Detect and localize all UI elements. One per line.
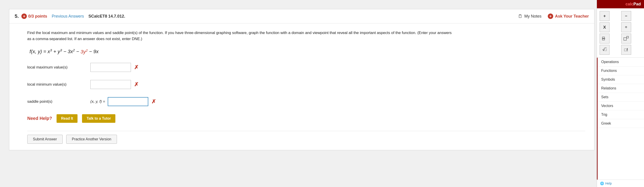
calcpad-grid: + − X ÷ √□	[600, 11, 641, 55]
question-id: SCalcET8 14.7.012.	[88, 14, 518, 19]
talk-to-tutor-button[interactable]: Talk to a Tutor	[82, 114, 115, 123]
menu-item-relations[interactable]: Relations	[598, 84, 644, 93]
menu-item-symbols[interactable]: Symbols	[598, 75, 644, 84]
need-help-label: Need Help?	[27, 116, 52, 121]
need-help-row: Need Help? Read It Talk to a Tutor	[27, 114, 585, 123]
calc-times-button[interactable]: X	[600, 22, 610, 32]
local-max-wrong-icon: ✗	[134, 64, 138, 70]
my-notes-label: My Notes	[524, 14, 542, 19]
question-text: Find the local maximum and minimum value…	[27, 30, 456, 42]
question-header: 5. + 0/3 points Previous Answers SCalcET…	[9, 9, 594, 24]
svg-rect-4	[627, 36, 628, 38]
svg-rect-0	[602, 37, 604, 38]
menu-item-vectors[interactable]: Vectors	[598, 102, 644, 110]
local-max-label: local maximum value(s)	[27, 65, 90, 70]
calc-divide-button[interactable]: ÷	[621, 22, 631, 32]
saddle-row: saddle point(s) (x, y, f) = ✗	[27, 97, 585, 106]
calcpad-header: calcPad	[597, 0, 644, 8]
calc-frac-button[interactable]	[600, 34, 610, 44]
svg-rect-3	[624, 38, 626, 40]
points-badge: + 0/3 points	[22, 14, 47, 19]
ask-teacher-label: Ask Your Teacher	[555, 14, 589, 19]
svg-rect-2	[602, 39, 604, 40]
calc-sqrt-button[interactable]: √□	[600, 45, 610, 55]
calcpad-title-calc: calcPad	[626, 2, 641, 6]
function-display: f(x, y) = x3 + y3 − 3x2 − 3y2 − 9x	[30, 48, 585, 54]
ask-plus-icon: +	[548, 14, 553, 19]
header-right: 🗒 My Notes + Ask Your Teacher	[518, 14, 589, 19]
menu-item-greek[interactable]: Greek	[598, 119, 644, 128]
calcpad-buttons-area: + − X ÷ √□	[597, 8, 644, 58]
local-min-wrong-icon: ✗	[134, 81, 138, 88]
submit-button[interactable]: Submit Answer	[27, 135, 63, 144]
menu-item-trig[interactable]: Trig	[598, 110, 644, 119]
plus-circle-icon: +	[22, 14, 27, 19]
calc-plus-button[interactable]: +	[600, 11, 610, 21]
help-globe-icon: 🌐	[600, 182, 604, 185]
previous-answers-link[interactable]: Previous Answers	[52, 14, 84, 19]
calcpad-sidebar: calcPad + − X ÷	[597, 0, 644, 187]
saddle-wrong-icon: ✗	[152, 98, 156, 105]
question-number: 5.	[15, 13, 19, 19]
calcpad-menu: Operations Functions Symbols Relations S…	[597, 58, 644, 180]
calc-minus-button[interactable]: −	[621, 11, 631, 21]
ask-teacher-link[interactable]: + Ask Your Teacher	[548, 14, 589, 19]
points-text: 0/3 points	[28, 14, 47, 19]
calcpad-footer[interactable]: 🌐 Help	[597, 180, 644, 187]
question-body: Find the local maximum and minimum value…	[9, 24, 594, 150]
local-max-row: local maximum value(s) ✗	[27, 63, 585, 72]
menu-item-functions[interactable]: Functions	[598, 66, 644, 75]
help-label: Help	[605, 182, 612, 185]
bottom-buttons: Submit Answer Practice Another Version	[27, 131, 585, 144]
calc-exp-button[interactable]	[621, 34, 631, 44]
local-min-input[interactable]	[90, 80, 131, 89]
notes-icon: 🗒	[518, 14, 522, 19]
saddle-label: saddle point(s)	[27, 99, 90, 104]
my-notes-link[interactable]: 🗒 My Notes	[518, 14, 542, 19]
main-layout: 5. + 0/3 points Previous Answers SCalcET…	[0, 0, 644, 187]
read-it-button[interactable]: Read It	[56, 114, 78, 123]
menu-item-sets[interactable]: Sets	[598, 93, 644, 102]
local-min-label: local minimum value(s)	[27, 82, 90, 87]
menu-item-operations[interactable]: Operations	[598, 58, 644, 66]
local-max-input[interactable]	[90, 63, 131, 72]
practice-button[interactable]: Practice Another Version	[66, 135, 117, 144]
calc-factorial-button[interactable]: □!	[621, 45, 631, 55]
saddle-prefix: (x, y, f) =	[90, 99, 105, 104]
question-container: 5. + 0/3 points Previous Answers SCalcET…	[9, 9, 594, 150]
saddle-input[interactable]	[108, 97, 148, 106]
local-min-row: local minimum value(s) ✗	[27, 80, 585, 89]
content-area: 5. + 0/3 points Previous Answers SCalcET…	[0, 0, 644, 187]
